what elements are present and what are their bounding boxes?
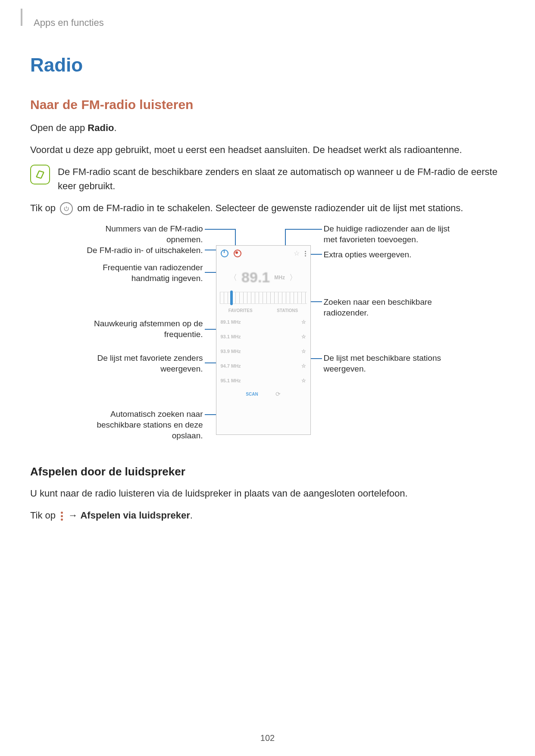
- breadcrumb: Apps en functies: [34, 17, 505, 28]
- subsection-heading: Afspelen door de luidspreker: [30, 465, 505, 478]
- menu-option: Afspelen via luidspreker: [80, 510, 190, 521]
- legend-manual-freq: Frequentie van radiozender handmatig ing…: [78, 262, 203, 284]
- paragraph-power: Tik op om de FM-radio in te schakelen. S…: [30, 201, 505, 215]
- list-item[interactable]: 93.9 MHz☆: [221, 344, 306, 359]
- scan-button[interactable]: SCAN: [246, 392, 258, 397]
- frequency-row: 〈 89.1 MHz 〉: [216, 261, 310, 288]
- paragraph-headset: Voordat u deze app gebruikt, moet u eers…: [30, 143, 505, 157]
- note-text: De FM-radio scant de beschikbare zenders…: [58, 165, 505, 193]
- legend-add-fav: De huidige radiozender aan de lijst met …: [324, 224, 453, 245]
- record-icon[interactable]: [234, 250, 241, 257]
- tab-stations[interactable]: STATIONS: [277, 308, 298, 313]
- star-icon[interactable]: ☆: [301, 319, 306, 325]
- page-number: 102: [0, 733, 535, 743]
- note-block: De FM-radio scant de beschikbare zenders…: [30, 165, 505, 193]
- app-name: Radio: [88, 122, 114, 133]
- text: →: [68, 510, 80, 521]
- section-heading: Naar de FM-radio luisteren: [30, 97, 505, 112]
- frequency-unit: MHz: [274, 275, 285, 281]
- text: Tik op: [30, 203, 58, 213]
- paragraph-speaker: U kunt naar de radio luisteren via de lu…: [30, 486, 505, 500]
- star-icon[interactable]: ☆: [301, 378, 306, 384]
- seek-next-icon[interactable]: 〉: [289, 272, 297, 283]
- leader-line: [205, 229, 236, 230]
- list-item[interactable]: 93.1 MHz☆: [221, 329, 306, 344]
- more-icon: [61, 512, 63, 521]
- more-icon[interactable]: [305, 251, 306, 256]
- text: .: [190, 510, 193, 521]
- decorative-rule: [21, 9, 22, 26]
- tuning-ruler[interactable]: [220, 292, 307, 304]
- page-title: Radio: [30, 54, 505, 76]
- legend-record: Nummers van de FM-radio opnemen.: [78, 224, 203, 245]
- manual-page: Apps en functies Radio Naar de FM-radio …: [0, 0, 535, 756]
- legend-power: De FM-radio in- of uitschakelen.: [78, 245, 203, 256]
- frequency-value[interactable]: 89.1: [241, 269, 270, 286]
- legend-seek: Zoeken naar een beschikbare radiozender.: [324, 297, 453, 318]
- legend-station-list: De lijst met beschikbare stations weerge…: [324, 353, 453, 374]
- tab-favorites[interactable]: FAVORITES: [228, 308, 253, 313]
- legend-fine-tune: Nauwkeurig afstemmen op de frequentie.: [78, 319, 203, 340]
- phone-topbar: ☆: [216, 246, 310, 261]
- refresh-icon[interactable]: ⟳: [275, 390, 281, 397]
- power-icon[interactable]: [221, 250, 228, 257]
- note-icon: [30, 165, 50, 184]
- phone-mockup: ☆ 〈 89.1 MHz 〉 FAVORITES STATIONS 89.1 M…: [216, 245, 311, 435]
- legend-more: Extra opties weergeven.: [324, 250, 453, 260]
- legend-auto-scan: Automatisch zoeken naar beschikbare stat…: [78, 409, 203, 441]
- tabs: FAVORITES STATIONS: [216, 304, 310, 315]
- list-item[interactable]: 94.7 MHz☆: [221, 359, 306, 373]
- leader-line: [285, 229, 322, 230]
- seek-prev-icon[interactable]: 〈: [229, 272, 237, 283]
- paragraph-speaker-steps: Tik op → Afspelen via luidspreker.: [30, 508, 505, 522]
- star-icon[interactable]: ☆: [301, 363, 306, 369]
- topbar-left: [221, 250, 241, 257]
- favorite-icon[interactable]: ☆: [294, 250, 300, 257]
- text: Open de app: [30, 122, 88, 133]
- text: .: [114, 122, 116, 133]
- legend-fav-list: De lijst met favoriete zenders weergeven…: [78, 353, 203, 374]
- topbar-right: ☆: [294, 250, 306, 257]
- text: om de FM-radio in te schakelen. Selectee…: [77, 203, 463, 213]
- paragraph-open-app: Open de app Radio.: [30, 121, 505, 135]
- text: Tik op: [30, 510, 58, 521]
- radio-diagram: Nummers van de FM-radio opnemen. De FM-r…: [78, 224, 457, 448]
- station-list: 89.1 MHz☆ 93.1 MHz☆ 93.9 MHz☆ 94.7 MHz☆ …: [216, 315, 310, 388]
- list-item[interactable]: 95.1 MHz☆: [221, 373, 306, 388]
- power-icon: [60, 202, 73, 215]
- star-icon[interactable]: ☆: [301, 348, 306, 354]
- list-item[interactable]: 89.1 MHz☆: [221, 315, 306, 329]
- scan-row: SCAN ⟳: [216, 388, 310, 397]
- star-icon[interactable]: ☆: [301, 334, 306, 340]
